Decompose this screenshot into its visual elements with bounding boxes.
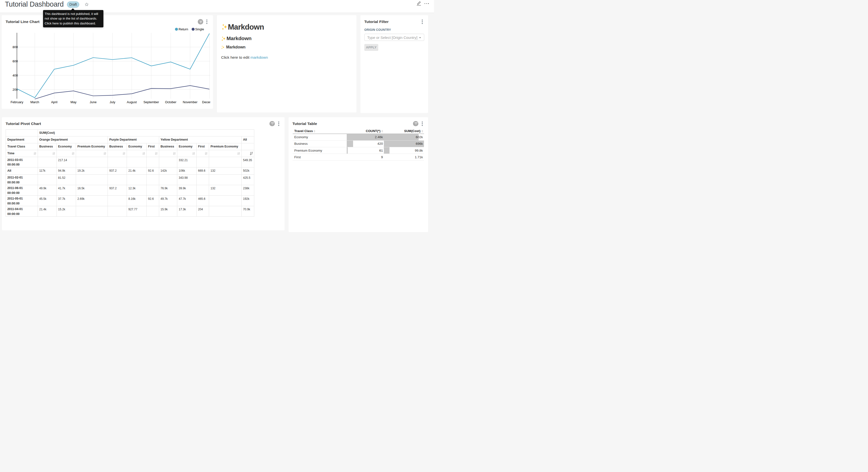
svg-text:April: April <box>51 100 58 104</box>
svg-text:Return: Return <box>179 27 188 31</box>
svg-text:800: 800 <box>12 45 18 49</box>
svg-text:November: November <box>183 100 198 104</box>
svg-text:July: July <box>110 100 115 104</box>
svg-text:February: February <box>10 100 24 104</box>
svg-text:May: May <box>70 100 76 104</box>
svg-text:200: 200 <box>12 88 18 91</box>
svg-text:October: October <box>165 100 177 104</box>
svg-text:Single: Single <box>195 27 204 31</box>
svg-text:400: 400 <box>12 73 18 77</box>
svg-text:June: June <box>90 100 97 104</box>
svg-text:December: December <box>202 100 210 104</box>
svg-text:September: September <box>144 100 159 104</box>
svg-text:March: March <box>30 100 39 104</box>
svg-text:600: 600 <box>12 59 18 63</box>
svg-text:August: August <box>127 100 137 104</box>
